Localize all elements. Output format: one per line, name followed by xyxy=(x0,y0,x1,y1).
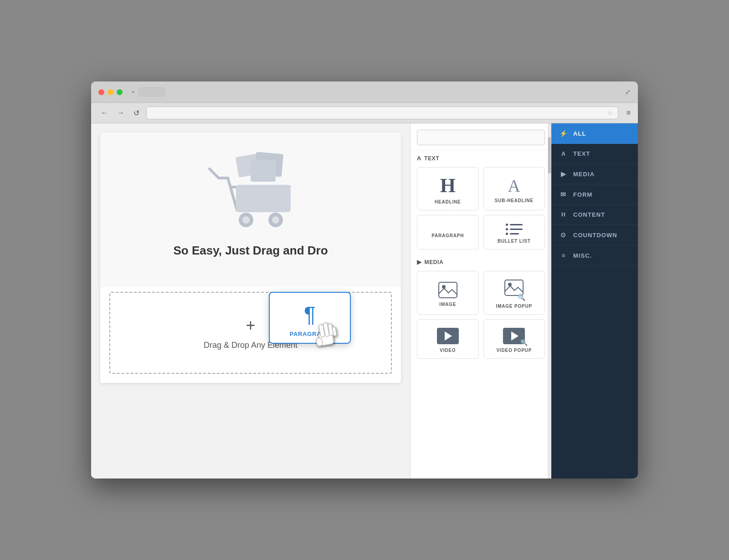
svg-line-8 xyxy=(210,169,219,178)
video-popup-icon: 🔍 xyxy=(503,328,525,344)
back-button[interactable]: ← xyxy=(98,108,110,118)
form-nav-icon: ✉ xyxy=(560,191,568,198)
media-widgets-grid: IMAGE 🔍 IMAGE POPUP xyxy=(411,268,551,363)
nav-item-misc[interactable]: ≡ MISC. xyxy=(551,245,638,266)
refresh-button[interactable]: ↺ xyxy=(131,108,142,118)
nav-item-content[interactable]: H CONTENT xyxy=(551,205,638,225)
video-label: VIDEO xyxy=(440,348,456,353)
canvas-headline: So Easy, Just Drag and Dro xyxy=(173,244,328,258)
nav-item-all-label: ALL xyxy=(573,130,586,137)
scroll-track[interactable] xyxy=(548,123,551,479)
main-content: So Easy, Just Drag and Dro + Drag & Drop… xyxy=(91,123,638,479)
tab-favicon xyxy=(138,87,165,97)
video-widget-card[interactable]: VIDEO xyxy=(417,319,479,359)
text-widgets-grid: H HEADLINE A SUB-HEADLINE PARAGRAPH xyxy=(411,164,551,254)
headline-widget-card[interactable]: H HEADLINE xyxy=(417,167,479,210)
headline-h-icon: H xyxy=(440,176,456,196)
bullet-list-icon xyxy=(506,224,523,235)
svg-rect-15 xyxy=(439,282,457,298)
video-popup-label: VIDEO POPUP xyxy=(496,348,532,353)
image-label: IMAGE xyxy=(439,302,456,307)
page-preview: So Easy, Just Drag and Dro + Drag & Drop… xyxy=(100,132,401,383)
image-popup-label: IMAGE POPUP xyxy=(496,304,532,309)
expand-icon[interactable]: ⤢ xyxy=(625,88,631,96)
bookmark-icon: ☆ xyxy=(607,109,613,117)
svg-rect-17 xyxy=(505,280,523,295)
nav-item-media-label: MEDIA xyxy=(573,171,595,178)
countdown-nav-icon: ⊙ xyxy=(560,231,568,239)
text-section-header: A TEXT xyxy=(411,150,551,164)
minimize-traffic-light[interactable] xyxy=(108,89,113,95)
image-widget-card[interactable]: IMAGE xyxy=(417,271,479,315)
video-magnifier-badge-icon: 🔍 xyxy=(520,339,528,346)
headline-label: HEADLINE xyxy=(435,199,461,204)
nav-item-content-label: CONTENT xyxy=(573,211,605,218)
image-icon xyxy=(438,282,457,298)
svg-rect-2 xyxy=(251,160,276,182)
maximize-traffic-light[interactable] xyxy=(117,89,123,95)
svg-point-7 xyxy=(272,216,279,224)
forward-button[interactable]: → xyxy=(115,108,127,118)
paragraph-widget-card[interactable]: PARAGRAPH xyxy=(417,215,479,249)
text-nav-icon: A xyxy=(560,151,568,157)
sub-headline-label: SUB-HEADLINE xyxy=(495,198,534,203)
text-section-label: TEXT xyxy=(424,155,439,162)
drop-plus-icon: + xyxy=(246,316,255,335)
cart-svg-icon xyxy=(205,151,296,233)
media-section-header: ▶ MEDIA xyxy=(411,254,551,268)
content-nav-icon: H xyxy=(560,211,568,218)
image-popup-widget-card[interactable]: 🔍 IMAGE POPUP xyxy=(483,271,545,315)
tab-close-button[interactable]: × xyxy=(132,89,134,95)
traffic-lights xyxy=(98,89,123,95)
close-traffic-light[interactable] xyxy=(98,89,104,95)
nav-item-all[interactable]: ⚡ ALL xyxy=(551,123,638,144)
nav-item-text[interactable]: A TEXT xyxy=(551,144,638,164)
nav-item-media[interactable]: ▶ MEDIA xyxy=(551,164,638,184)
cart-icon-wrapper xyxy=(205,151,296,234)
nav-item-text-label: TEXT xyxy=(573,150,590,157)
canvas-area: So Easy, Just Drag and Dro + Drag & Drop… xyxy=(91,123,410,479)
nav-item-form[interactable]: ✉ FORM xyxy=(551,184,638,205)
image-popup-icon: 🔍 xyxy=(504,280,524,300)
browser-window: × ⤢ ← → ↺ ☆ ≡ xyxy=(91,81,638,479)
widget-search-input[interactable] xyxy=(417,130,545,145)
paragraph-source-label: PARAGRAPH xyxy=(431,233,464,238)
browser-menu-icon[interactable]: ≡ xyxy=(626,109,631,117)
magnifier-badge-icon: 🔍 xyxy=(518,294,525,301)
nav-item-countdown[interactable]: ⊙ COUNTDOWN xyxy=(551,225,638,245)
svg-rect-3 xyxy=(236,185,291,212)
nav-item-countdown-label: COUNTDOWN xyxy=(573,232,617,239)
video-popup-widget-card[interactable]: 🔍 VIDEO POPUP xyxy=(483,319,545,359)
search-bar-wrapper xyxy=(411,123,551,150)
nav-item-form-label: FORM xyxy=(573,191,592,198)
media-section-icon: ▶ xyxy=(417,259,422,265)
text-section-icon: A xyxy=(417,155,421,162)
video-icon xyxy=(437,328,459,344)
title-bar: × ⤢ xyxy=(91,81,638,103)
address-bar[interactable]: ☆ xyxy=(146,107,618,119)
bullet-list-widget-card[interactable]: BULLET LIST xyxy=(483,215,545,249)
sub-headline-widget-card[interactable]: A SUB-HEADLINE xyxy=(483,167,545,210)
media-section-label: MEDIA xyxy=(425,259,444,265)
widgets-panel: A TEXT H HEADLINE A SUB-HEADLINE xyxy=(410,123,551,479)
misc-nav-icon: ≡ xyxy=(560,252,568,259)
scroll-thumb[interactable] xyxy=(548,137,551,173)
tab-area: × xyxy=(132,87,165,97)
category-nav: ⚡ ALL A TEXT ▶ MEDIA ✉ FORM H CONTENT ⊙ … xyxy=(551,123,638,479)
all-icon: ⚡ xyxy=(560,130,568,137)
media-nav-icon: ▶ xyxy=(560,170,568,178)
bullet-list-label: BULLET LIST xyxy=(498,239,531,244)
nav-item-misc-label: MISC. xyxy=(573,252,592,259)
svg-point-5 xyxy=(242,216,250,224)
cart-section: So Easy, Just Drag and Dro xyxy=(100,132,401,287)
subheadline-a-icon: A xyxy=(508,177,520,194)
nav-bar: ← → ↺ ☆ ≡ xyxy=(91,103,638,123)
